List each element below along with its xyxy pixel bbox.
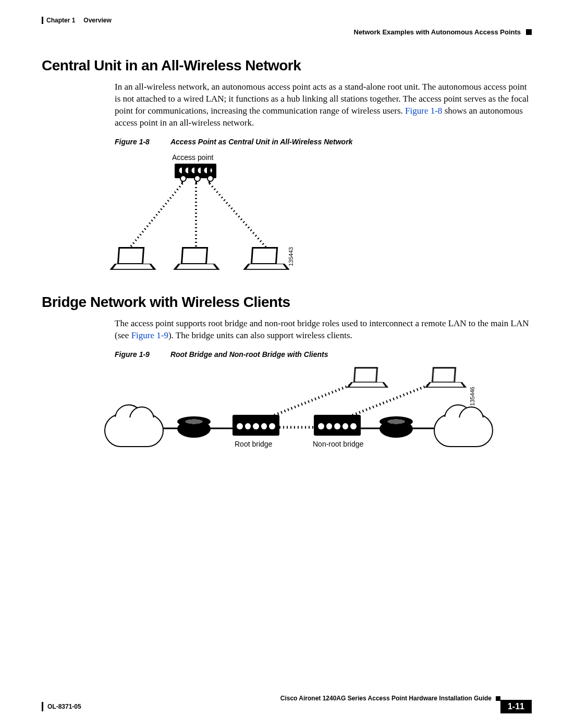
page-header: Chapter 1 Overview Network Examples with… xyxy=(42,17,532,24)
footer-guide-title: Cisco Aironet 1240AG Series Access Point… xyxy=(280,695,500,702)
figure-1-9-caption-text: Root Bridge and Non-root Bridge with Cli… xyxy=(170,350,328,359)
figure-1-8-caption: Figure 1-8Access Point as Central Unit i… xyxy=(115,138,532,146)
figure-1-8-number: Figure 1-8 xyxy=(115,138,150,146)
footer-square-icon xyxy=(496,696,500,701)
chapter-title: Overview xyxy=(83,17,111,24)
section2-heading: Bridge Network with Wireless Clients xyxy=(42,294,532,311)
cloud-icon xyxy=(104,414,164,447)
figure-1-9: Root bridge Non-root bridge 135446 xyxy=(115,366,532,470)
page: Chapter 1 Overview Network Examples with… xyxy=(0,0,563,728)
header-left: Chapter 1 Overview xyxy=(42,17,532,24)
figure-1-9-id: 135446 xyxy=(469,387,475,406)
figure-1-9-link[interactable]: Figure 1-9 xyxy=(131,330,168,340)
section2-paragraph: The access point supports root bridge an… xyxy=(115,318,532,342)
laptop-icon xyxy=(248,247,285,272)
router-icon xyxy=(177,420,211,438)
router-icon xyxy=(380,420,413,438)
root-bridge-icon xyxy=(232,420,279,436)
footer-doc-number: OL-8371-05 xyxy=(42,702,81,711)
guide-title-text: Cisco Aironet 1240AG Series Access Point… xyxy=(280,695,492,702)
page-number: 1-11 xyxy=(500,700,532,713)
figure-1-8-caption-text: Access Point as Central Unit in All-Wire… xyxy=(170,138,352,146)
laptop-icon xyxy=(351,367,384,389)
figure-1-8: Access point xyxy=(115,153,532,278)
laptop-icon xyxy=(430,367,462,389)
figure-1-8-id: 135443 xyxy=(288,247,294,266)
figure-1-9-caption: Figure 1-9Root Bridge and Non-root Bridg… xyxy=(115,350,532,359)
svg-line-3 xyxy=(210,183,266,247)
header-bar-icon xyxy=(42,17,43,24)
header-right: Network Examples with Autonomous Access … xyxy=(354,28,532,36)
footer-bar-icon xyxy=(42,702,43,711)
content: Central Unit in an All-Wireless Network … xyxy=(42,57,532,486)
root-bridge-label: Root bridge xyxy=(235,440,272,448)
section1-paragraph: In an all-wireless network, an autonomou… xyxy=(115,81,532,129)
cloud-icon xyxy=(434,414,493,447)
svg-line-1 xyxy=(130,183,182,247)
section2-text-b: ). The bridge units can also support wir… xyxy=(168,330,352,340)
figure-1-8-link[interactable]: Figure 1-8 xyxy=(405,106,442,116)
section-path: Network Examples with Autonomous Access … xyxy=(354,28,521,36)
chapter-number: Chapter 1 xyxy=(46,17,75,24)
laptop-icon xyxy=(178,247,215,272)
nonroot-bridge-icon xyxy=(314,420,361,436)
laptop-icon xyxy=(115,247,151,272)
doc-number-text: OL-8371-05 xyxy=(47,703,81,710)
figure-1-9-number: Figure 1-9 xyxy=(115,350,150,359)
page-footer: Cisco Aironet 1240AG Series Access Point… xyxy=(42,697,532,713)
section1-heading: Central Unit in an All-Wireless Network xyxy=(42,57,532,74)
nonroot-bridge-label: Non-root bridge xyxy=(313,440,363,448)
header-square-icon xyxy=(526,29,532,35)
